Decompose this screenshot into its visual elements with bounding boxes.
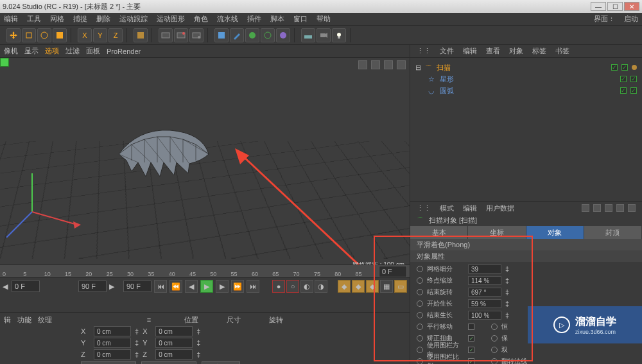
key-pos[interactable]: ◐ <box>300 280 313 293</box>
nurbs[interactable] <box>245 28 259 42</box>
om-tab[interactable]: 查看 <box>486 46 500 56</box>
menu-item[interactable]: 网格 <box>50 14 64 24</box>
range-end-icon[interactable]: ▶ <box>109 282 114 291</box>
prev-key[interactable]: ⏪ <box>169 280 182 293</box>
bp-tab[interactable]: 纹理 <box>38 315 52 361</box>
camera-tool[interactable] <box>317 28 331 42</box>
axis-y-handle[interactable] <box>0 58 9 67</box>
attr-nav-up-icon[interactable] <box>605 204 612 212</box>
attr-nav-back-icon[interactable] <box>582 204 589 212</box>
goto-start[interactable]: ⏮ <box>154 280 167 293</box>
tree-item-sweep[interactable]: ⊟⌒ 扫描 <box>415 62 637 73</box>
menu-item[interactable]: 窗口 <box>293 14 308 24</box>
close-button[interactable]: ✕ <box>624 2 639 11</box>
play-button[interactable]: ▶ <box>200 280 213 293</box>
menu-item[interactable]: 流水线 <box>217 14 238 24</box>
size-z[interactable]: 0 cm <box>155 349 193 360</box>
last-tool[interactable] <box>53 28 67 42</box>
key-opt5[interactable]: ▭ <box>394 280 407 293</box>
key-rot[interactable]: ◑ <box>315 280 327 293</box>
tab-phong[interactable]: 平滑着色(Phong) <box>410 239 642 250</box>
render-toggle[interactable] <box>621 64 628 71</box>
floor-tool[interactable] <box>301 28 315 42</box>
view-tab-active[interactable]: 选项 <box>45 46 59 56</box>
scale-tool[interactable] <box>22 28 36 42</box>
tab-caps[interactable]: 封顶 <box>584 226 642 239</box>
menu-item[interactable]: 工具 <box>27 14 41 24</box>
minimize-button[interactable]: — <box>591 2 606 11</box>
axis-x-toggle[interactable]: X <box>78 28 92 42</box>
generator[interactable] <box>261 28 275 42</box>
menu-item[interactable]: 运动跟踪 <box>119 14 148 24</box>
rotate-tool[interactable] <box>37 28 51 42</box>
start-frame-field[interactable]: 0 F <box>12 281 40 292</box>
viewport[interactable]: 网格间距 : 100 cm <box>0 58 410 265</box>
tab-coord[interactable]: 坐标 <box>468 226 526 239</box>
attr-tab[interactable]: 模式 <box>440 204 454 213</box>
size-mode-dropdown[interactable]: 绝对尺寸▾ <box>141 361 196 364</box>
key-opt1[interactable]: ◆ <box>338 280 351 293</box>
key-opt3[interactable]: ◆ <box>366 280 379 293</box>
twist-check[interactable]: ✓ <box>468 335 474 342</box>
size-y[interactable]: 0 cm <box>155 338 193 348</box>
layout-value[interactable]: 启动 <box>624 14 638 24</box>
phong-tag-icon[interactable] <box>632 65 637 70</box>
light-tool[interactable] <box>332 28 346 42</box>
view-tab[interactable]: 像机 <box>4 46 18 56</box>
bp-tab[interactable]: 辑 <box>4 315 11 361</box>
end-rot-field[interactable]: 697 ° <box>468 288 501 297</box>
cur-frame-field[interactable]: 90 F <box>123 281 152 292</box>
tab-basic[interactable]: 基本 <box>410 226 468 239</box>
next-key[interactable]: ⏩ <box>231 280 244 293</box>
om-tab[interactable]: 标签 <box>532 46 546 56</box>
view-tab[interactable]: 过滤 <box>65 46 80 56</box>
timeline-ruler[interactable]: 05 1015 2025 3035 4045 5055 6065 7075 80… <box>0 265 410 278</box>
attr-new-icon[interactable] <box>628 204 636 212</box>
end-scale-field[interactable]: 114 % <box>468 276 501 285</box>
menu-item[interactable]: 删除 <box>96 14 110 24</box>
om-tab[interactable]: 文件 <box>440 46 454 56</box>
tree-item-arc[interactable]: ◡ 圆弧 <box>415 85 637 96</box>
end-grow-field[interactable]: 100 % <box>468 311 501 320</box>
menu-item[interactable]: 运动图形 <box>157 14 185 24</box>
object-tree[interactable]: ⊟⌒ 扫描 ☆ 星形 ◡ 圆弧 <box>410 58 642 201</box>
record-button[interactable]: ● <box>272 280 285 293</box>
apply-button[interactable]: 应用 <box>202 361 240 364</box>
nav-orbit-icon[interactable] <box>384 60 393 69</box>
maximize-button[interactable]: ☐ <box>607 2 623 11</box>
sweep-model[interactable] <box>112 125 215 183</box>
tab-object[interactable]: 对象 <box>526 226 584 239</box>
key-opt4[interactable]: ▦ <box>380 280 393 293</box>
attr-tab[interactable]: 编辑 <box>463 204 477 213</box>
size-x[interactable]: 0 cm <box>155 326 193 336</box>
end-frame-field[interactable]: 90 F <box>78 281 107 292</box>
extra-frame-field[interactable]: 0 F <box>379 266 407 277</box>
tree-item-star[interactable]: ☆ 星形 <box>415 73 637 85</box>
move-tool[interactable] <box>6 28 21 42</box>
nav-layout-icon[interactable] <box>397 60 406 69</box>
render-settings[interactable] <box>189 28 204 42</box>
render-view[interactable] <box>159 28 173 42</box>
om-tab[interactable]: 对象 <box>509 46 523 56</box>
menu-item[interactable]: 编辑 <box>4 14 18 24</box>
view-tab[interactable]: 面板 <box>86 46 100 56</box>
visibility-toggle[interactable] <box>611 64 618 71</box>
menu-item[interactable]: 角色 <box>194 14 208 24</box>
range-start-icon[interactable]: ◀ <box>3 282 8 291</box>
menu-item[interactable]: 脚本 <box>270 14 284 24</box>
axis-z-toggle[interactable]: Z <box>108 28 123 42</box>
attr-tab[interactable]: 用户数据 <box>486 204 514 213</box>
mesh-subdiv-field[interactable]: 39 <box>468 264 501 273</box>
menu-item[interactable]: 插件 <box>247 14 261 24</box>
deformer[interactable] <box>276 28 290 42</box>
menu-item[interactable]: 捕捉 <box>73 14 87 24</box>
axis-y-toggle[interactable]: Y <box>93 28 107 42</box>
om-tab[interactable]: 书签 <box>555 46 569 56</box>
pos-z[interactable]: 0 cm <box>94 349 131 360</box>
goto-end[interactable]: ⏭ <box>247 280 259 293</box>
primitive-cube[interactable] <box>214 28 229 42</box>
coord-system[interactable] <box>134 28 148 42</box>
attr-lock-icon[interactable] <box>616 204 624 212</box>
next-frame[interactable]: ▶ <box>216 280 229 293</box>
parallel-check[interactable] <box>468 324 474 330</box>
